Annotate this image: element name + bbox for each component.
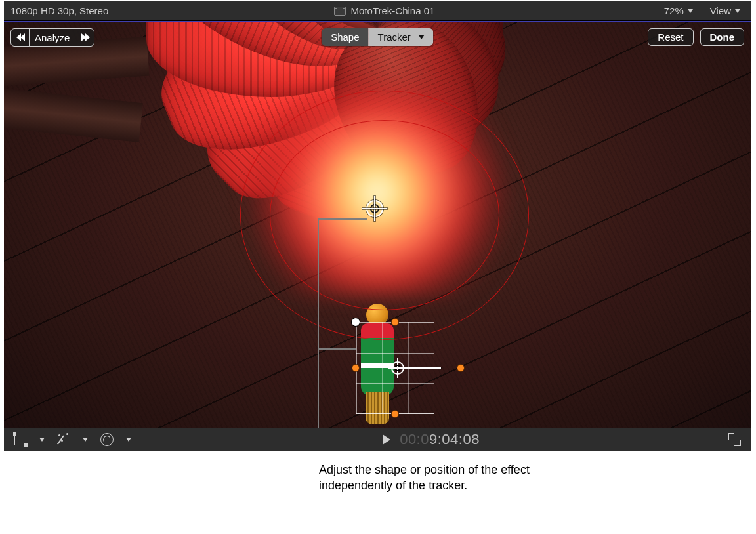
transform-tool-menu[interactable] [32,431,51,448]
viewer-infobar: 1080p HD 30p, Stereo MotoTrek-China 01 7… [4,1,751,21]
callout-leader [318,218,367,220]
callout-leader [318,218,319,428]
tracker-handle-south[interactable] [392,411,398,417]
clip-title-text: MotoTrek-China 01 [351,5,435,16]
magic-wand-icon [57,433,70,446]
tracker-inner-region[interactable] [270,120,499,310]
fullscreen-button[interactable] [724,431,744,448]
reset-button[interactable]: Reset [648,28,693,46]
transform-icon [14,434,26,445]
tracker-box[interactable] [356,322,434,414]
shape-tracker-segmented: Shape Tracker [322,28,433,46]
chevron-down-icon [688,9,693,13]
gauge-icon [100,433,114,446]
tracker-handle-north[interactable] [392,319,398,325]
tracker-rotate-handle[interactable] [352,318,360,326]
callout-leader [318,348,356,350]
view-menu[interactable]: View [706,4,744,18]
viewer-toolbar: 00:09:04:08 [4,428,751,451]
chevron-down-icon [83,438,88,442]
fullscreen-icon [728,433,741,446]
clip-format-text: 1080p HD 30p, Stereo [10,5,108,16]
done-button[interactable]: Done [700,28,745,46]
tracker-handle-west[interactable] [352,365,359,371]
viewer[interactable]: Analyze Shape Tracker Reset [4,21,751,428]
rewind-icon [16,33,24,41]
filmstrip-icon [334,7,346,16]
fast-forward-icon [81,33,89,41]
annotation-caption: Adjust the shape or position of the effe… [319,462,536,494]
analyze-controls: Analyze [10,28,94,47]
chevron-down-icon [419,35,424,39]
tracker-center-target[interactable] [391,361,404,375]
analyze-backward-button[interactable] [11,29,30,46]
chevron-down-icon [126,438,131,442]
play-button[interactable] [383,434,390,445]
zoom-value: 72% [664,5,684,16]
enhance-tool-menu[interactable] [75,431,94,448]
chevron-down-icon [39,438,45,442]
retime-tool-button[interactable] [97,431,117,448]
timecode-display[interactable]: 00:09:04:08 [400,431,480,448]
retime-tool-menu[interactable] [118,431,138,448]
tracker-handle-east[interactable] [457,365,464,371]
chevron-down-icon [735,9,740,13]
view-menu-label: View [710,5,731,16]
enhance-tool-button[interactable] [54,431,74,448]
zoom-menu[interactable]: 72% [660,4,697,18]
transform-tool-button[interactable] [10,431,30,448]
timecode-lit: 9:04:08 [429,431,480,447]
clip-title: MotoTrek-China 01 [334,5,435,16]
analyze-button[interactable]: Analyze [30,29,75,46]
analyze-forward-button[interactable] [75,29,94,46]
shape-center-target[interactable] [366,200,383,217]
mode-shape-button[interactable]: Shape [322,28,368,46]
mode-tracker-dropdown[interactable]: Tracker [369,28,433,46]
timecode-dim: 00:0 [400,431,429,447]
